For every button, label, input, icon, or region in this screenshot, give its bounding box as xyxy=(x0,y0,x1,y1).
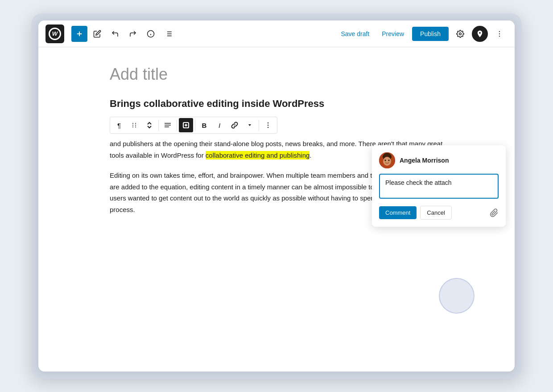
svg-point-11 xyxy=(459,33,462,35)
add-inline-button[interactable] xyxy=(179,118,193,132)
settings-button[interactable] xyxy=(452,26,468,42)
wp-logo[interactable]: W xyxy=(45,24,64,43)
move-up-down-button[interactable] xyxy=(142,118,157,132)
editor-area[interactable]: Add title Brings collaborative editing i… xyxy=(38,47,515,372)
toolbar-divider-1 xyxy=(158,120,159,131)
toolbar: W xyxy=(38,20,515,47)
cursor-circle xyxy=(439,278,475,314)
highlighted-text: collaborative editing and publishing xyxy=(206,151,310,159)
svg-point-33 xyxy=(385,159,386,161)
svg-rect-15 xyxy=(132,123,133,124)
svg-rect-23 xyxy=(165,127,169,127)
toolbar-right: Save draft Preview Publish xyxy=(336,26,508,42)
info-button[interactable] xyxy=(143,26,159,42)
svg-point-34 xyxy=(388,159,390,161)
svg-rect-16 xyxy=(135,123,136,124)
svg-point-29 xyxy=(268,127,268,128)
link-button[interactable] xyxy=(227,118,242,132)
undo-button[interactable] xyxy=(107,26,123,42)
redo-button[interactable] xyxy=(125,26,141,42)
toolbar-divider-2 xyxy=(177,120,177,131)
svg-point-32 xyxy=(383,157,391,166)
svg-point-12 xyxy=(499,31,500,32)
paragraph-type-button[interactable]: ¶ xyxy=(112,118,126,132)
svg-point-28 xyxy=(268,125,268,126)
italic-button[interactable]: I xyxy=(212,118,227,132)
svg-rect-17 xyxy=(132,125,133,126)
drag-handle-button[interactable] xyxy=(127,118,141,132)
add-block-button[interactable] xyxy=(71,26,87,42)
browser-chrome: W xyxy=(38,20,515,372)
block-toolbar: ¶ xyxy=(110,117,277,134)
comment-username: Angela Morrison xyxy=(400,157,449,164)
svg-point-14 xyxy=(499,36,500,37)
publish-button[interactable]: Publish xyxy=(412,27,449,41)
bold-button[interactable]: B xyxy=(197,118,211,132)
cancel-button[interactable]: Cancel xyxy=(420,206,451,220)
post-title-input[interactable]: Add title xyxy=(110,65,443,84)
align-button[interactable] xyxy=(161,118,175,132)
more-options-button[interactable] xyxy=(491,26,508,42)
toolbar-divider-3 xyxy=(195,120,195,131)
svg-rect-18 xyxy=(135,125,136,126)
toolbar-divider-4 xyxy=(259,120,259,131)
svg-rect-22 xyxy=(165,125,171,126)
svg-point-13 xyxy=(499,33,500,34)
block-options-button[interactable] xyxy=(261,118,275,132)
list-view-button[interactable] xyxy=(161,26,177,42)
edit-button[interactable] xyxy=(89,26,105,42)
comment-input[interactable] xyxy=(379,174,499,199)
comment-user: Angela Morrison xyxy=(379,152,499,168)
comment-popup: Angela Morrison Comment Cancel xyxy=(372,145,506,227)
comment-actions: Comment Cancel xyxy=(379,206,499,220)
location-button[interactable] xyxy=(472,26,488,42)
svg-rect-21 xyxy=(165,123,171,124)
avatar xyxy=(379,152,395,168)
comment-submit-button[interactable]: Comment xyxy=(379,206,417,219)
outer-wrapper: W xyxy=(31,13,522,379)
save-draft-button[interactable]: Save draft xyxy=(336,28,374,40)
wp-logo-text: W xyxy=(52,31,58,37)
svg-rect-20 xyxy=(135,127,136,127)
preview-button[interactable]: Preview xyxy=(377,28,409,40)
attach-button[interactable] xyxy=(490,208,499,217)
post-heading[interactable]: Brings collaborative editing inside Word… xyxy=(110,98,443,110)
more-formats-button[interactable] xyxy=(243,118,257,132)
svg-point-27 xyxy=(268,122,268,123)
svg-rect-19 xyxy=(132,127,133,127)
